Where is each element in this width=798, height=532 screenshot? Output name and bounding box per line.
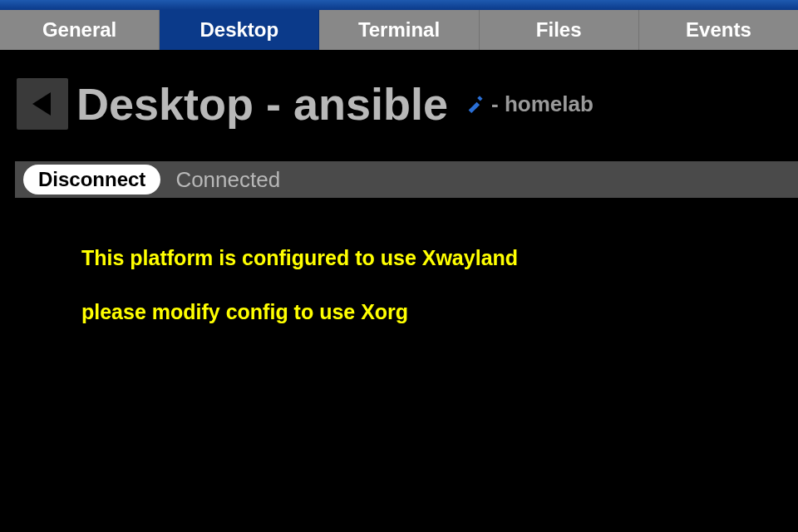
status-bar: Disconnect Connected	[15, 161, 798, 198]
tab-terminal[interactable]: Terminal	[319, 10, 479, 50]
svg-rect-2	[477, 96, 482, 101]
svg-rect-1	[469, 102, 480, 113]
message-area: This platform is configured to use Xwayl…	[0, 246, 798, 324]
page-title: Desktop - ansible	[76, 81, 448, 126]
tab-events[interactable]: Events	[639, 10, 798, 50]
warning-line-2: please modify config to use Xorg	[81, 300, 765, 324]
tab-desktop[interactable]: Desktop	[160, 10, 319, 50]
warning-line-1: This platform is configured to use Xwayl…	[81, 246, 765, 270]
edit-icon[interactable]	[466, 95, 485, 113]
page-subtitle: - homelab	[491, 91, 594, 117]
svg-marker-0	[32, 92, 51, 116]
back-arrow-icon	[27, 89, 57, 119]
disconnect-button[interactable]: Disconnect	[23, 165, 160, 195]
tab-general[interactable]: General	[0, 10, 160, 50]
tab-files[interactable]: Files	[480, 10, 639, 50]
back-button[interactable]	[17, 78, 68, 130]
connection-status: Connected	[175, 167, 280, 193]
window-top-strip	[0, 0, 798, 10]
main-tabs: General Desktop Terminal Files Events	[0, 10, 798, 50]
page-header: Desktop - ansible - homelab	[0, 78, 798, 130]
